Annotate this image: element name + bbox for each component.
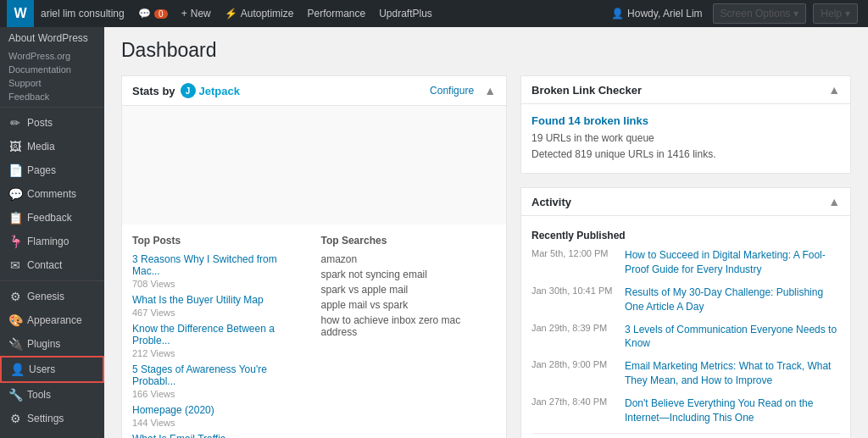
sidebar-item-appearance[interactable]: 🎨 Appearance — [0, 308, 104, 332]
sidebar-item-users[interactable]: 👤 Users — [0, 356, 104, 383]
activity-row: Jan 28th, 9:00 PM Email Marketing Metric… — [531, 359, 840, 388]
page-title: Dashboard — [121, 39, 851, 62]
broken-link-header: Broken Link Checker ▲ — [521, 76, 850, 104]
wp-wrap: About WordPress WordPress.org Documentat… — [0, 27, 868, 438]
activity-header: Activity ▲ — [521, 188, 850, 216]
appearance-icon: 🎨 — [8, 313, 22, 327]
user-icon: 👤 — [611, 8, 624, 19]
contact-icon: ✉ — [8, 258, 22, 272]
adminbar-howdy[interactable]: 👤 Howdy, Ariel Lim — [604, 0, 709, 27]
admin-bar: W ariel lim consulting 💬 0 + New ⚡ Autop… — [0, 0, 868, 27]
collapse-broken-link-btn[interactable]: ▲ — [828, 83, 840, 97]
top-post-item[interactable]: 3 Reasons Why I Switched from Mac... — [132, 253, 308, 277]
jetpack-stats-header: Stats by J Jetpack Configure ▲ — [122, 76, 506, 106]
page-wrap: Dashboard Stats by J Jetpack — [121, 27, 851, 438]
top-posts-searches: Top Posts 3 Reasons Why I Switched from … — [122, 225, 506, 438]
activity-row: Jan 30th, 10:41 PM Results of My 30-Day … — [531, 286, 840, 314]
menu-divider-2 — [0, 280, 104, 281]
collapse-stats-btn[interactable]: ▲ — [484, 84, 496, 97]
right-column: Broken Link Checker ▲ Found 14 broken li… — [520, 75, 851, 438]
top-searches-list: amazon spark not syncing email spark vs … — [321, 253, 497, 338]
top-posts-title: Top Posts — [132, 235, 308, 247]
broken-link-link[interactable]: Found 14 broken links — [531, 114, 840, 127]
broken-link-detected-info: Detected 819 unique URLs in 1416 links. — [531, 147, 840, 163]
flamingo-icon: 🦩 — [8, 235, 22, 248]
sidebar-about-wp[interactable]: About WordPress — [0, 27, 104, 49]
sidebar: About WordPress WordPress.org Documentat… — [0, 27, 104, 438]
plus-icon: + — [181, 8, 187, 19]
adminbar-right: 👤 Howdy, Ariel Lim Screen Options ▾ Help… — [604, 0, 861, 27]
comments-icon: 💬 — [138, 8, 151, 19]
adminbar-site-name[interactable]: ariel lim consulting — [34, 0, 131, 27]
broken-link-body: Found 14 broken links 19 URLs in the wor… — [521, 104, 850, 173]
sidebar-item-contact[interactable]: ✉ Contact — [0, 253, 104, 277]
recently-published-title: Recently Published — [531, 230, 840, 241]
chevron-down-icon: ▾ — [793, 8, 798, 19]
top-searches-col: Top Searches amazon spark not syncing em… — [321, 235, 497, 438]
sidebar-item-flamingo[interactable]: 🦩 Flamingo — [0, 230, 104, 253]
left-column: Stats by J Jetpack Configure ▲ — [121, 75, 507, 438]
main-content: Dashboard Stats by J Jetpack — [104, 27, 868, 438]
wp-logo[interactable]: W — [7, 0, 34, 27]
sidebar-link-wporg[interactable]: WordPress.org — [0, 49, 104, 63]
jetpack-icon: J — [181, 83, 196, 98]
adminbar-performance[interactable]: Performance — [300, 0, 372, 27]
adminbar-autoptimize[interactable]: ⚡ Autoptimize — [218, 0, 301, 27]
sidebar-link-docs[interactable]: Documentation — [0, 63, 104, 76]
activity-post-link[interactable]: How to Succeed in Digital Marketing: A F… — [625, 248, 840, 277]
sidebar-item-tools[interactable]: 🔧 Tools — [0, 383, 104, 407]
posts-icon: ✏ — [8, 116, 22, 130]
screen-options-btn[interactable]: Screen Options ▾ — [713, 3, 807, 24]
configure-link[interactable]: Configure — [430, 85, 474, 97]
comments-icon: 💬 — [8, 187, 22, 201]
activity-post-link[interactable]: Don't Believe Everything You Read on the… — [625, 396, 840, 425]
sidebar-item-feedback[interactable]: 📋 Feedback — [0, 206, 104, 230]
top-post-item[interactable]: Know the Difference Between a Proble... — [132, 323, 308, 347]
adminbar-new[interactable]: + New — [175, 0, 218, 27]
adminbar-comments[interactable]: 💬 0 — [131, 0, 175, 27]
menu-divider-1 — [0, 107, 104, 108]
activity-post-link[interactable]: Results of My 30-Day Challenge: Publishi… — [625, 286, 840, 314]
feedback-icon: 📋 — [8, 211, 22, 225]
sidebar-link-support[interactable]: Support — [0, 76, 104, 90]
sidebar-item-posts[interactable]: ✏ Posts — [0, 111, 104, 135]
broken-link-panel: Broken Link Checker ▲ Found 14 broken li… — [520, 75, 851, 174]
activity-body: Recently Published Mar 5th, 12:00 PM How… — [521, 216, 850, 438]
activity-panel: Activity ▲ Recently Published Mar 5th, 1… — [520, 187, 851, 438]
top-posts-list: 3 Reasons Why I Switched from Mac... 708… — [132, 253, 308, 438]
top-post-item[interactable]: What Is Email Traffic — [132, 433, 308, 438]
users-icon: 👤 — [10, 363, 24, 376]
plugins-icon: 🔌 — [8, 337, 22, 351]
wpbody-content: Dashboard Stats by J Jetpack — [104, 27, 868, 438]
collapse-activity-btn[interactable]: ▲ — [828, 195, 840, 208]
activity-post-link[interactable]: Email Marketing Metrics: What to Track, … — [625, 359, 840, 388]
sidebar-item-comments[interactable]: 💬 Comments — [0, 182, 104, 206]
comments-divider — [531, 433, 840, 434]
tools-icon: 🔧 — [8, 388, 22, 402]
activity-post-link[interactable]: 3 Levels of Communication Everyone Needs… — [625, 323, 840, 352]
sidebar-item-genesis[interactable]: ⚙ Genesis — [0, 285, 104, 308]
top-post-item[interactable]: 5 Stages of Awareness You're Probabl... — [132, 363, 308, 387]
sidebar-item-pages[interactable]: 📄 Pages — [0, 158, 104, 182]
sidebar-item-plugins[interactable]: 🔌 Plugins — [0, 332, 104, 356]
broken-link-queue-info: 19 URLs in the work queue — [531, 130, 840, 147]
adminbar-updraftplus[interactable]: UpdraftPlus — [372, 0, 439, 27]
jetpack-stats-panel: Stats by J Jetpack Configure ▲ — [121, 75, 507, 438]
jetpack-logo: J Jetpack — [181, 83, 240, 98]
genesis-icon: ⚙ — [8, 290, 22, 303]
jetpack-header-left: Stats by J Jetpack — [132, 83, 240, 98]
stats-chart-area — [122, 106, 506, 225]
sidebar-link-feedback[interactable]: Feedback — [0, 90, 104, 103]
sidebar-item-media[interactable]: 🖼 Media — [0, 135, 104, 158]
sidebar-item-settings[interactable]: ⚙ Settings — [0, 407, 104, 430]
activity-row: Jan 29th, 8:39 PM 3 Levels of Communicat… — [531, 323, 840, 352]
pages-icon: 📄 — [8, 164, 22, 177]
top-post-item[interactable]: What Is the Buyer Utility Map — [132, 294, 308, 306]
top-post-item[interactable]: Homepage (2020) — [132, 404, 308, 416]
activity-row: Jan 27th, 8:40 PM Don't Believe Everythi… — [531, 396, 840, 425]
help-btn[interactable]: Help ▾ — [813, 3, 858, 24]
top-posts-col: Top Posts 3 Reasons Why I Switched from … — [132, 235, 308, 438]
chevron-down-icon: ▾ — [845, 8, 850, 19]
jetpack-header-right: Configure ▲ — [430, 84, 496, 97]
settings-icon: ⚙ — [8, 412, 22, 425]
